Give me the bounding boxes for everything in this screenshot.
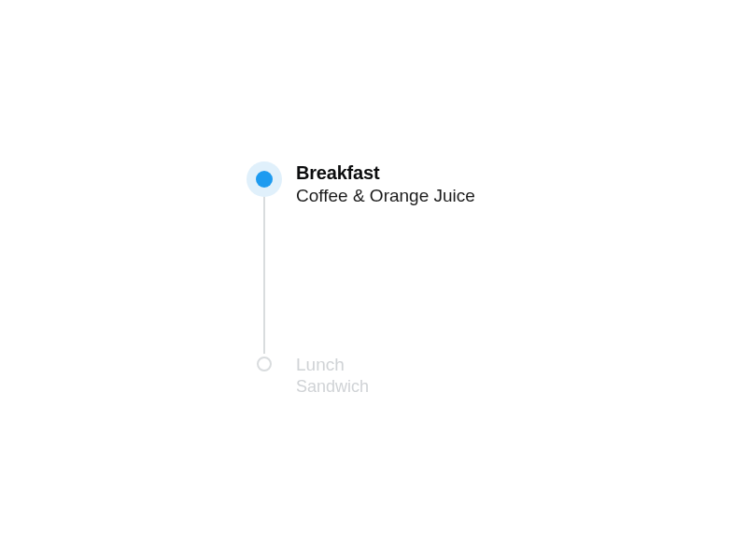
dot-inactive-icon [257,357,272,371]
timeline-content: Breakfast Coffee & Orange Juice [283,161,475,208]
timeline-item-active[interactable]: Breakfast Coffee & Orange Juice [246,161,475,208]
timeline-item-title: Lunch [296,355,369,376]
timeline-dot-container [246,161,283,197]
timeline-connector [263,193,265,354]
timeline: Breakfast Coffee & Orange Juice Lunch Sa… [246,161,475,399]
timeline-item-inactive[interactable]: Lunch Sandwich [246,355,475,399]
timeline-content: Lunch Sandwich [283,355,369,399]
timeline-item-title: Breakfast [296,161,475,184]
dot-active-icon [247,161,282,197]
timeline-item-subtitle: Sandwich [296,376,369,398]
dot-active-inner-icon [256,171,273,188]
timeline-item-subtitle: Coffee & Orange Juice [296,185,475,208]
timeline-dot-container [246,355,283,371]
